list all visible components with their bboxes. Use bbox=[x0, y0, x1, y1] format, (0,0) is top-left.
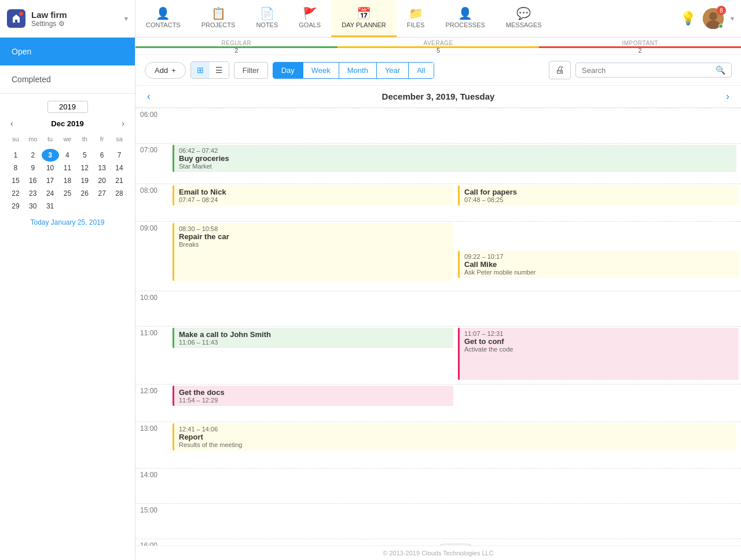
event-title: Call for papers bbox=[464, 188, 734, 196]
cal-day bbox=[111, 200, 128, 213]
nav-goals[interactable]: 🚩 GOALS bbox=[288, 0, 331, 37]
progress-wrapper: REGULAR 2 AVERAGE 5 IMPORTANT 2 bbox=[135, 38, 741, 55]
messages-icon: 💬 bbox=[516, 8, 531, 19]
year-input[interactable] bbox=[47, 101, 88, 113]
nav-processes[interactable]: 👤 PROCESSES bbox=[435, 0, 495, 37]
cal-day[interactable]: 21 bbox=[111, 174, 128, 187]
brand-area[interactable]: Law firm Settings ⚙ ▾ bbox=[0, 0, 135, 37]
nav-projects[interactable]: 📋 PROJECTS bbox=[191, 0, 246, 37]
event-buy-groceries[interactable]: 06:42 – 07:42 Buy groceries Star Market bbox=[173, 145, 736, 172]
brand-settings[interactable]: Settings ⚙ bbox=[31, 20, 124, 28]
cal-day[interactable]: 20 bbox=[93, 174, 111, 187]
goals-icon: 🚩 bbox=[303, 8, 317, 19]
cal-day[interactable]: 8 bbox=[7, 162, 24, 174]
sidebar-item-open[interactable]: Open bbox=[0, 38, 135, 65]
toolbar: Add + ⊞ ☰ Filter Day Week Month Year All… bbox=[135, 55, 741, 86]
cal-day[interactable]: 13 bbox=[93, 162, 111, 174]
cal-day[interactable]: 6 bbox=[93, 149, 111, 162]
cal-day[interactable]: 29 bbox=[7, 200, 24, 213]
time-label-0700: 07:00 bbox=[135, 144, 170, 154]
cal-day[interactable]: 27 bbox=[93, 187, 111, 200]
event-subtitle: Breaks bbox=[179, 241, 449, 248]
cal-day[interactable]: 17 bbox=[42, 174, 59, 187]
tab-week[interactable]: Week bbox=[303, 63, 339, 78]
filter-button[interactable]: Filter bbox=[234, 62, 268, 79]
tab-year[interactable]: Year bbox=[377, 63, 409, 78]
event-get-docs[interactable]: Get the docs 11:54 – 12:29 bbox=[173, 386, 453, 406]
calendar-prev-btn[interactable]: ‹ bbox=[7, 118, 17, 129]
view-list-btn[interactable]: ☰ bbox=[210, 62, 229, 78]
time-content-0800: Email to Nick 07:47 – 08:24 Call for pap… bbox=[170, 184, 741, 219]
view-grid-btn[interactable]: ⊞ bbox=[191, 62, 210, 78]
print-button[interactable]: 🖨 bbox=[549, 61, 571, 79]
brand-text: Law firm Settings ⚙ bbox=[31, 10, 124, 28]
event-col-right-1100: 11:07 – 12:31 Get to conf Activate the c… bbox=[456, 327, 741, 381]
cal-day[interactable]: 2 bbox=[24, 149, 42, 162]
event-report[interactable]: 12:41 – 14:06 Report Results of the meet… bbox=[173, 423, 736, 451]
cal-day[interactable]: 11 bbox=[59, 162, 76, 174]
event-call-papers[interactable]: Call for papers 07:48 – 08:25 bbox=[458, 185, 739, 206]
progress-important: IMPORTANT 2 bbox=[539, 38, 741, 55]
cal-day[interactable]: 5 bbox=[76, 149, 93, 162]
tab-all[interactable]: All bbox=[409, 63, 433, 78]
brand-dropdown-arrow[interactable]: ▾ bbox=[124, 14, 128, 23]
cal-day[interactable]: 18 bbox=[59, 174, 76, 187]
cal-day[interactable]: 16 bbox=[24, 174, 42, 187]
cal-day bbox=[42, 144, 59, 149]
cal-day[interactable]: 4 bbox=[59, 149, 76, 162]
cal-day[interactable]: 12 bbox=[76, 162, 93, 174]
calendar-grid: su mo tu we th fr sa 1234567891011121314… bbox=[7, 134, 128, 213]
cal-day[interactable]: 28 bbox=[111, 187, 128, 200]
nav-notes[interactable]: 📄 NOTES bbox=[245, 0, 288, 37]
time-label-0900: 09:00 bbox=[135, 222, 170, 232]
cal-day[interactable]: 31 bbox=[42, 200, 59, 213]
brand-name: Law firm bbox=[31, 10, 124, 20]
svg-point-1 bbox=[709, 12, 717, 20]
event-subtitle: Activate the code bbox=[464, 346, 734, 353]
date-prev-btn[interactable]: ‹ bbox=[147, 90, 151, 103]
cal-day[interactable]: 9 bbox=[24, 162, 42, 174]
cal-day[interactable]: 14 bbox=[111, 162, 128, 174]
time-content-1600: Up ↑ bbox=[170, 539, 741, 546]
cal-day[interactable]: 1 bbox=[7, 149, 24, 162]
avatar-wrap[interactable]: 8 bbox=[703, 8, 724, 29]
today-link[interactable]: Today January 25, 2019 bbox=[7, 218, 128, 226]
tab-month[interactable]: Month bbox=[339, 63, 377, 78]
cal-day[interactable]: 30 bbox=[24, 200, 42, 213]
nav-arrow-icon[interactable]: ▾ bbox=[731, 14, 734, 23]
cal-day[interactable]: 25 bbox=[59, 187, 76, 200]
cal-day bbox=[59, 200, 76, 213]
tab-day[interactable]: Day bbox=[273, 63, 303, 78]
search-input[interactable] bbox=[582, 66, 712, 75]
time-label-0800: 08:00 bbox=[135, 184, 170, 195]
cal-day[interactable]: 22 bbox=[7, 187, 24, 200]
cal-day[interactable]: 24 bbox=[42, 187, 59, 200]
event-call-john[interactable]: Make a call to John Smith 11:06 – 11:43 bbox=[173, 328, 453, 348]
calendar-scroll[interactable]: 06:00 07:00 06:42 – 07:42 Buy groceries … bbox=[135, 108, 741, 546]
processes-icon: 👤 bbox=[458, 8, 472, 19]
cal-day[interactable]: 3 bbox=[42, 149, 59, 162]
regular-label: REGULAR bbox=[221, 40, 251, 46]
cal-day[interactable]: 7 bbox=[111, 149, 128, 162]
cal-day[interactable]: 15 bbox=[7, 174, 24, 187]
event-get-conf[interactable]: 11:07 – 12:31 Get to conf Activate the c… bbox=[458, 328, 739, 380]
date-next-btn[interactable]: › bbox=[726, 90, 729, 103]
event-email-nick[interactable]: Email to Nick 07:47 – 08:24 bbox=[173, 185, 453, 206]
event-repair-car[interactable]: 08:30 – 10:58 Repair the car Breaks bbox=[173, 223, 453, 281]
add-button[interactable]: Add + bbox=[145, 62, 186, 79]
calendar-next-btn[interactable]: › bbox=[118, 118, 128, 129]
up-button[interactable]: Up ↑ bbox=[436, 544, 476, 546]
cal-day[interactable]: 26 bbox=[76, 187, 93, 200]
cal-day[interactable]: 10 bbox=[42, 162, 59, 174]
bulb-icon[interactable]: 💡 bbox=[680, 11, 696, 26]
cal-day[interactable]: 19 bbox=[76, 174, 93, 187]
sidebar-item-completed[interactable]: Completed bbox=[0, 65, 135, 94]
cal-day[interactable]: 23 bbox=[24, 187, 42, 200]
nav-messages[interactable]: 💬 MESSAGES bbox=[496, 0, 552, 37]
time-row-0600: 06:00 bbox=[135, 108, 741, 143]
event-title: Email to Nick bbox=[179, 188, 449, 196]
nav-contacts[interactable]: 👤 CONTACTS bbox=[135, 0, 191, 37]
event-call-mike[interactable]: 09:22 – 10:17 Call Mike Ask Peter mobile… bbox=[458, 251, 739, 278]
nav-files[interactable]: 📁 FILES bbox=[397, 0, 435, 37]
nav-day-planner[interactable]: 📅 DAY PLANNER bbox=[331, 0, 397, 37]
